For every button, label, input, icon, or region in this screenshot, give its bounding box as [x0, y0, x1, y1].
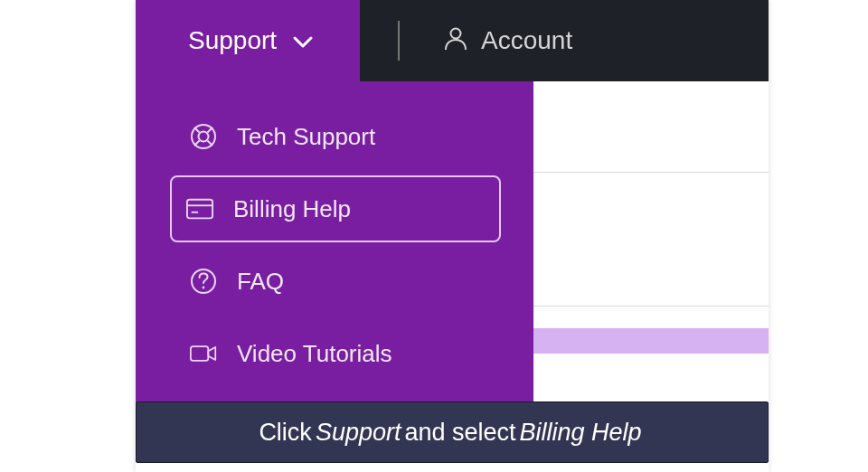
caption-text-mid: and select — [404, 419, 515, 447]
dropdown-item-label: Billing Help — [233, 195, 351, 223]
nav-divider — [398, 21, 400, 61]
card-icon — [186, 195, 213, 222]
dropdown-item-label: Video Tutorials — [237, 340, 392, 368]
dropdown-item-faq[interactable]: FAQ — [174, 248, 508, 315]
svg-point-0 — [451, 28, 461, 38]
svg-rect-12 — [191, 346, 208, 361]
svg-point-2 — [199, 132, 209, 142]
person-icon — [443, 25, 481, 57]
dropdown-item-video-tutorials[interactable]: Video Tutorials — [174, 320, 508, 387]
dropdown-item-label: FAQ — [237, 268, 284, 296]
top-nav: Support Account — [136, 0, 769, 81]
support-dropdown: Tech Support Billing Help FAQ Video Tuto… — [136, 81, 533, 420]
svg-rect-7 — [187, 200, 212, 219]
question-circle-icon — [190, 268, 217, 295]
lifebuoy-icon — [190, 123, 217, 150]
dropdown-item-label: Tech Support — [237, 123, 375, 151]
svg-line-5 — [194, 141, 200, 146]
svg-line-6 — [208, 141, 213, 146]
caption-emphasis-2: Billing Help — [516, 419, 646, 447]
nav-support-label: Support — [188, 26, 277, 55]
video-icon — [190, 340, 217, 367]
nav-account[interactable]: Account — [443, 25, 572, 57]
caption-emphasis-1: Support — [312, 419, 405, 447]
dropdown-item-billing-help[interactable]: Billing Help — [170, 175, 501, 242]
svg-line-4 — [208, 127, 213, 133]
svg-line-3 — [194, 127, 200, 133]
chevron-down-icon — [293, 26, 313, 55]
dropdown-item-tech-support[interactable]: Tech Support — [174, 103, 508, 170]
nav-account-label: Account — [481, 26, 572, 55]
caption-text-prefix: Click — [259, 419, 312, 447]
instruction-caption: Click Support and select Billing Help — [136, 401, 769, 463]
svg-point-11 — [203, 287, 205, 289]
nav-support[interactable]: Support — [136, 0, 360, 81]
